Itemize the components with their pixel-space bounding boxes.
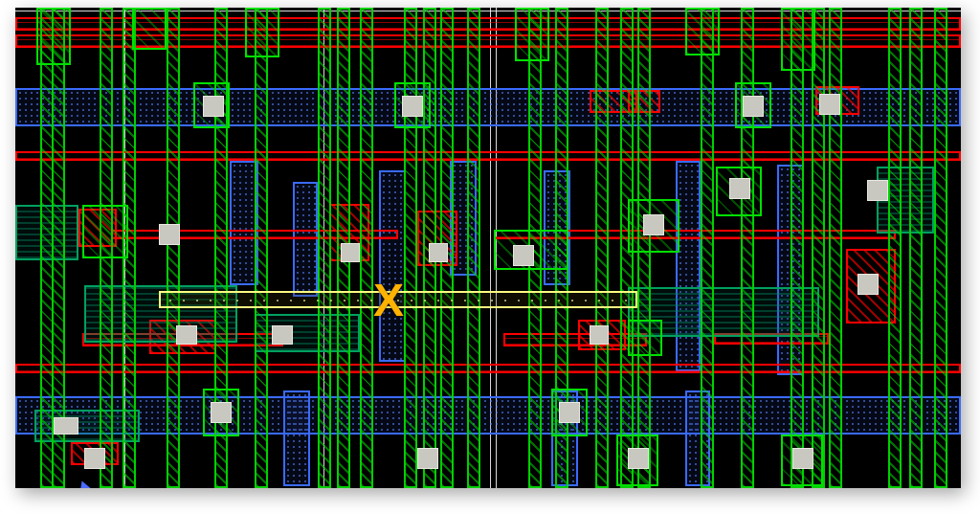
via-contact[interactable] xyxy=(54,417,78,435)
teal-region[interactable] xyxy=(628,287,819,337)
poly-vertical[interactable] xyxy=(40,8,54,488)
green-box[interactable] xyxy=(193,82,230,128)
via-contact[interactable] xyxy=(211,402,232,423)
green-box[interactable] xyxy=(685,8,720,56)
diffusion-vertical[interactable] xyxy=(544,170,570,285)
diffusion-vertical[interactable] xyxy=(777,165,804,375)
metal1-box[interactable] xyxy=(78,209,117,247)
poly-vertical[interactable] xyxy=(360,8,373,488)
metal1-rail[interactable] xyxy=(714,333,829,345)
via-contact[interactable] xyxy=(84,448,105,469)
diffusion-vertical[interactable] xyxy=(230,161,258,285)
green-box[interactable] xyxy=(716,167,762,216)
poly-vertical[interactable] xyxy=(909,8,923,488)
via-contact[interactable] xyxy=(176,325,197,345)
metal1-rail[interactable] xyxy=(111,230,398,239)
metal1-box[interactable] xyxy=(628,90,660,113)
poly-vertical[interactable] xyxy=(620,8,634,488)
green-box[interactable] xyxy=(82,205,128,258)
diffusion-vertical[interactable] xyxy=(379,170,406,362)
green-box[interactable] xyxy=(203,389,239,436)
metal1-rail[interactable] xyxy=(15,34,961,48)
poly-vertical[interactable] xyxy=(404,8,417,488)
poly-vertical[interactable] xyxy=(637,8,651,488)
diffusion-vertical[interactable] xyxy=(676,161,701,371)
poly-vertical[interactable] xyxy=(214,8,228,488)
via-contact[interactable] xyxy=(628,448,649,469)
green-box[interactable] xyxy=(515,8,549,61)
diffusion-band[interactable] xyxy=(15,396,961,435)
metal1-box[interactable] xyxy=(846,249,896,323)
green-box[interactable] xyxy=(628,199,679,253)
metal1-box[interactable] xyxy=(578,320,626,350)
poly-vertical[interactable] xyxy=(167,8,180,488)
metal1-box[interactable] xyxy=(329,204,369,261)
metal1-box[interactable] xyxy=(71,442,119,465)
green-box[interactable] xyxy=(735,82,771,128)
teal-region[interactable] xyxy=(34,410,140,442)
via-contact[interactable] xyxy=(792,448,813,469)
poly-vertical[interactable] xyxy=(440,8,454,488)
poly-vertical[interactable] xyxy=(52,8,65,488)
metal1-rail[interactable] xyxy=(494,230,896,239)
poly-vertical[interactable] xyxy=(255,8,268,488)
green-box[interactable] xyxy=(245,8,279,57)
via-contact[interactable] xyxy=(513,245,534,266)
layout-canvas[interactable]: X xyxy=(15,8,961,488)
green-box[interactable] xyxy=(551,389,588,436)
teal-region[interactable] xyxy=(877,167,934,234)
via-contact[interactable] xyxy=(559,402,580,423)
via-contact[interactable] xyxy=(417,448,438,469)
poly-vertical[interactable] xyxy=(741,8,754,488)
via-contact[interactable] xyxy=(159,224,180,245)
metal1-box[interactable] xyxy=(815,86,859,115)
metal1-rail[interactable] xyxy=(503,333,647,346)
metal1-rail[interactable] xyxy=(15,151,961,161)
diffusion-vertical[interactable] xyxy=(551,390,578,486)
green-box[interactable] xyxy=(394,82,431,128)
diffusion-vertical[interactable] xyxy=(283,390,310,486)
poly-vertical[interactable] xyxy=(318,8,331,488)
poly-vertical[interactable] xyxy=(791,8,804,488)
poly-vertical[interactable] xyxy=(423,8,436,488)
diffusion-vertical[interactable] xyxy=(293,182,318,297)
teal-region[interactable] xyxy=(255,314,360,352)
green-box[interactable] xyxy=(781,435,823,486)
via-contact[interactable] xyxy=(858,274,879,295)
metal1-box[interactable] xyxy=(149,320,216,354)
green-box[interactable] xyxy=(628,320,662,356)
teal-region[interactable] xyxy=(15,205,78,260)
via-contact[interactable] xyxy=(272,325,293,345)
via-contact[interactable] xyxy=(729,178,750,199)
via-contact[interactable] xyxy=(643,214,664,235)
metal1-box[interactable] xyxy=(590,90,637,113)
metal1-rail[interactable] xyxy=(15,364,961,373)
poly-vertical[interactable] xyxy=(701,8,714,488)
via-contact[interactable] xyxy=(341,243,360,262)
green-box[interactable] xyxy=(616,435,658,486)
via-contact[interactable] xyxy=(743,96,764,117)
metal1-rail[interactable] xyxy=(15,17,961,31)
metal1-rail[interactable] xyxy=(82,333,283,346)
teal-region[interactable] xyxy=(84,285,237,343)
poly-vertical[interactable] xyxy=(812,8,825,488)
green-box[interactable] xyxy=(132,8,167,50)
poly-vertical[interactable] xyxy=(528,8,542,488)
poly-vertical[interactable] xyxy=(888,8,902,488)
poly-vertical[interactable] xyxy=(337,8,350,488)
poly-vertical[interactable] xyxy=(555,8,568,488)
via-contact[interactable] xyxy=(590,325,609,345)
via-contact[interactable] xyxy=(429,243,448,262)
diffusion-band[interactable] xyxy=(15,88,961,126)
poly-vertical[interactable] xyxy=(934,8,947,488)
poly-vertical[interactable] xyxy=(122,8,136,488)
poly-vertical[interactable] xyxy=(595,8,609,488)
green-box[interactable] xyxy=(36,8,71,65)
selection-marker[interactable]: X xyxy=(373,278,404,323)
poly-vertical[interactable] xyxy=(467,8,480,488)
via-contact[interactable] xyxy=(203,96,224,117)
metal1-box[interactable] xyxy=(417,211,457,266)
green-box[interactable] xyxy=(781,8,815,71)
poly-vertical[interactable] xyxy=(829,8,842,488)
poly-vertical[interactable] xyxy=(100,8,113,488)
